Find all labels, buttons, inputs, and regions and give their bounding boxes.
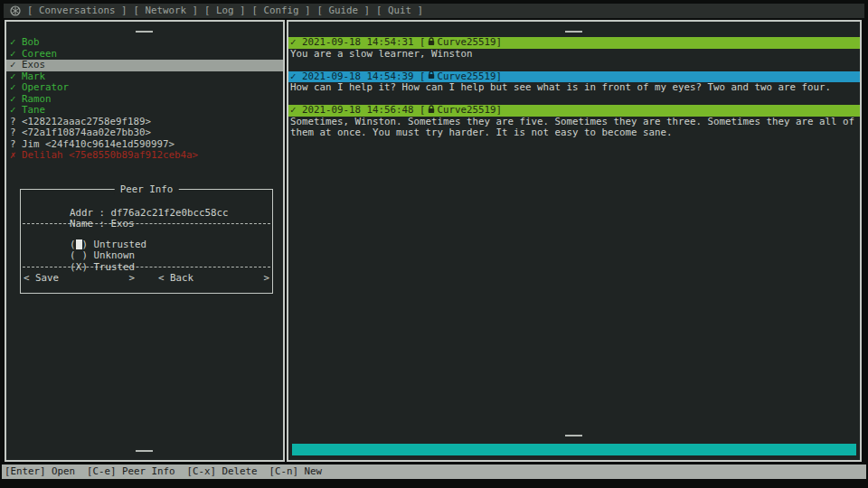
- contact-name: Mark: [22, 70, 45, 82]
- scroll-indicator-top: [565, 31, 582, 33]
- peer-name-label: Name :: [70, 218, 105, 230]
- message-text: Sometimes, Winston. Sometimes they are f…: [288, 117, 856, 139]
- menu-item-config[interactable]: [ Config ]: [252, 4, 311, 18]
- back-button-label: Back: [170, 273, 263, 285]
- message-timestamp: 2021-09-18 14:54:31: [302, 37, 414, 49]
- contact-name: Delilah <75e8550b89af912ceb4a>: [22, 149, 198, 161]
- contact-name: <72a1f10874aa02e7bb30>: [22, 127, 151, 138]
- menu-item-network[interactable]: [ Network ]: [134, 4, 199, 18]
- contact-row[interactable]: ✗Delilah <75e8550b89af912ceb4a>: [6, 150, 283, 162]
- peer-addr-label: Addr :: [70, 207, 105, 219]
- radio-label: Untrusted: [94, 239, 147, 250]
- delivered-check-icon: ✓: [290, 37, 297, 49]
- contact-name: Tane: [22, 104, 45, 116]
- contact-name: Ramon: [22, 93, 52, 105]
- contact-list: ✓Bob ✓Coreen ✓Exos ✓Mark ✓Operator ✓Ramo…: [6, 37, 283, 162]
- radio-label: Unknown: [94, 249, 136, 261]
- bracket-open: [: [420, 105, 426, 117]
- unknown-question-icon: ?: [10, 127, 22, 139]
- delivered-check-icon: ✓: [290, 105, 297, 117]
- message: ✓2021-09-18 14:56:48[Curve25519] Sometim…: [288, 105, 860, 139]
- hint-open: [Enter] Open: [5, 465, 75, 479]
- save-button-label: Save: [35, 273, 128, 285]
- text-cursor: [76, 239, 82, 249]
- hint-delete: [C-x] Delete: [187, 465, 258, 479]
- contact-name: Jim <24f410c9614e1d590997>: [22, 138, 175, 150]
- arrow-left-icon: <: [24, 273, 30, 285]
- scroll-indicator-bottom: [565, 435, 582, 436]
- app-window: [ Conversations ] [ Network ] [ Log ] [ …: [0, 0, 868, 488]
- contact-name: <128212aaac2758e9f189>: [22, 116, 151, 127]
- bracket-close: ]: [496, 105, 503, 117]
- encryption-label: Curve25519: [438, 105, 496, 117]
- message-list: ✓2021-09-18 14:54:31[Curve25519] You are…: [288, 37, 860, 139]
- hint-new: [C-n] New: [269, 465, 323, 479]
- peer-name-value: Exos: [111, 218, 135, 230]
- arrow-right-icon: >: [263, 273, 269, 285]
- back-button[interactable]: <Back>: [158, 273, 269, 285]
- scroll-indicator-top: [136, 31, 153, 33]
- dialog-buttons: <Save> <Back>: [23, 273, 270, 285]
- radio-mark-checked: X: [76, 262, 82, 272]
- paren-close: ): [82, 239, 89, 250]
- lock-icon: [428, 105, 435, 117]
- message-header: ✓2021-09-18 14:54:31[Curve25519]: [288, 37, 860, 49]
- statusbar: [Enter] Open [C-e] Peer Info [C-x] Delet…: [2, 465, 866, 479]
- message: ✓2021-09-18 14:54:39[Curve25519] How can…: [288, 71, 860, 94]
- menu-item-guide[interactable]: [ Guide ]: [317, 4, 371, 18]
- trusted-check-icon: ✓: [10, 37, 22, 49]
- contact-name: Operator: [22, 81, 69, 93]
- message-text: You are a slow learner, Winston: [288, 49, 856, 61]
- conversation-panel: ✓2021-09-18 14:54:31[Curve25519] You are…: [287, 20, 862, 462]
- lock-icon: [428, 37, 435, 50]
- scroll-indicator-bottom: [136, 450, 153, 452]
- contact-name: Bob: [22, 36, 40, 48]
- contact-row-selected[interactable]: ✓Exos: [6, 60, 283, 71]
- peer-addr-value: df76a2c21f2e0bcc58cc: [111, 207, 229, 219]
- contact-row[interactable]: ✓Coreen: [6, 49, 283, 61]
- save-button[interactable]: <Save>: [24, 273, 135, 285]
- menu-item-conversations[interactable]: [ Conversations ]: [27, 4, 127, 18]
- menubar: [ Conversations ] [ Network ] [ Log ] [ …: [4, 4, 864, 18]
- hint-peer-info: [C-e] Peer Info: [87, 465, 175, 479]
- message-timestamp: 2021-09-18 14:56:48: [302, 105, 414, 117]
- blocked-cross-icon: ✗: [10, 150, 22, 162]
- paren-close: ): [82, 249, 89, 261]
- arrow-left-icon: <: [158, 273, 165, 285]
- contact-name: Coreen: [22, 48, 57, 60]
- radio-mark: [76, 250, 82, 260]
- menu-item-quit[interactable]: [ Quit ]: [376, 4, 423, 18]
- radio-label: Trusted: [94, 261, 136, 273]
- contact-name: Exos: [22, 59, 45, 70]
- app-logo-icon: [10, 5, 21, 16]
- bracket-close: ]: [496, 37, 503, 49]
- trusted-check-icon: ✓: [10, 82, 22, 94]
- contacts-panel: ✓Bob ✓Coreen ✓Exos ✓Mark ✓Operator ✓Ramo…: [5, 20, 285, 462]
- message-input[interactable]: [292, 444, 856, 455]
- arrow-right-icon: >: [128, 273, 135, 285]
- menu-item-log[interactable]: [ Log ]: [204, 4, 246, 18]
- encryption-label: Curve25519: [438, 37, 496, 49]
- message: ✓2021-09-18 14:54:31[Curve25519] You are…: [288, 37, 860, 60]
- dialog-title: Peer Info: [115, 183, 179, 195]
- message-header: ✓2021-09-18 14:56:48[Curve25519]: [288, 105, 860, 117]
- trusted-check-icon: ✓: [10, 105, 22, 117]
- contact-row[interactable]: ✓Ramon: [6, 94, 283, 106]
- message-text: How can I help it? How can I help but se…: [288, 82, 856, 94]
- peer-addr-row: Addr :df76a2c21f2e0bcc58cc: [23, 196, 270, 208]
- peer-info-dialog: Peer Info Addr :df76a2c21f2e0bcc58cc Nam…: [20, 189, 273, 294]
- bracket-open: [: [420, 37, 426, 49]
- trusted-check-icon: ✓: [10, 60, 22, 71]
- paren-close: ): [82, 261, 89, 273]
